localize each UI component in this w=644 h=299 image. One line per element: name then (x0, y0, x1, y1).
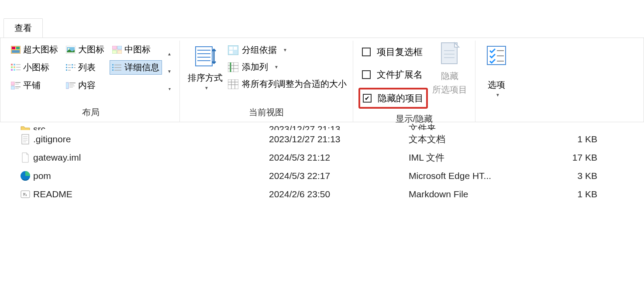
dropdown-arrow-icon: ▼ (274, 65, 279, 69)
file-row[interactable]: gateway.iml 2024/5/3 21:12 IML 文件 17 KB (0, 148, 644, 167)
group-by-button-menu[interactable]: 分组依据 ▼ (228, 44, 347, 56)
svg-rect-13 (11, 66, 13, 68)
svg-rect-47 (196, 47, 212, 66)
item-checkboxes-toggle[interactable]: 项目复选框 (359, 44, 427, 60)
hide-selected-button[interactable]: 隐藏 所选项目 (429, 41, 471, 96)
layout-extra-large-icons[interactable]: 超大图标 (8, 42, 61, 57)
svg-rect-29 (74, 67, 76, 68)
svg-rect-15 (11, 69, 13, 71)
layout-content[interactable]: 内容 (63, 78, 107, 93)
hidden-items-toggle[interactable]: ✔ 隐藏的项目 (358, 88, 428, 109)
small-icons-icon (11, 64, 21, 72)
group-by-label: 分组依据 (242, 44, 277, 56)
file-type: 文件夹 (409, 122, 531, 130)
svg-rect-38 (15, 82, 21, 83)
svg-rect-9 (112, 50, 117, 54)
file-size: 1 KB (531, 134, 601, 144)
file-row[interactable]: src 2023/12/27 21:13 文件夹 (0, 122, 644, 130)
layout-list[interactable]: 列表 (63, 60, 107, 75)
ribbon: 超大图标 大图标 中图标 (0, 38, 644, 122)
file-extensions-label: 文件扩展名 (377, 69, 423, 81)
layout-spin-expand[interactable]: ▾ (165, 86, 173, 92)
layout-spin-up[interactable]: ▲ (165, 51, 173, 57)
svg-rect-39 (15, 84, 19, 85)
svg-rect-18 (16, 67, 21, 68)
svg-rect-26 (72, 64, 73, 65)
group-label-current-view: 当前视图 (184, 104, 348, 122)
options-icon (483, 41, 510, 69)
file-row[interactable]: .gitignore 2023/12/27 21:13 文本文档 1 KB (0, 130, 644, 148)
options-label: 选项 (488, 79, 505, 91)
sort-by-button[interactable]: 排序方式 ▼ (184, 41, 226, 90)
layout-small-icons[interactable]: 小图标 (8, 60, 61, 75)
svg-rect-53 (229, 47, 233, 50)
svg-rect-61 (228, 79, 238, 89)
sort-by-icon (192, 42, 218, 70)
layout-label: 小图标 (23, 62, 49, 73)
layout-label: 内容 (78, 79, 96, 91)
svg-rect-43 (69, 82, 76, 83)
fit-columns-icon (228, 79, 238, 89)
file-extensions-toggle[interactable]: 文件扩展名 (359, 67, 427, 82)
file-row[interactable]: pom 2024/5/3 22:17 Microsoft Edge HT... … (0, 167, 644, 185)
large-icons-icon (66, 46, 76, 54)
text-file-icon (20, 134, 31, 144)
file-size: 3 KB (531, 171, 601, 181)
options-button[interactable]: 选项 ▼ (480, 41, 513, 97)
svg-rect-37 (11, 86, 14, 89)
file-name: gateway.iml (33, 152, 269, 163)
svg-rect-40 (15, 86, 21, 87)
svg-rect-14 (14, 66, 15, 68)
svg-rect-42 (66, 82, 69, 89)
layout-options-grid: 超大图标 大图标 中图标 (7, 41, 164, 94)
details-icon (112, 64, 122, 72)
medium-icons-icon (112, 46, 122, 54)
svg-rect-31 (112, 67, 114, 68)
fit-columns-button-menu[interactable]: 将所有列调整为合适的大小 (228, 78, 347, 90)
svg-rect-23 (68, 65, 71, 65)
extra-large-icons-icon (11, 46, 21, 54)
svg-rect-12 (14, 64, 15, 65)
hidden-items-label: 隐藏的项目 (378, 92, 424, 104)
layout-label: 超大图标 (23, 44, 58, 55)
layout-medium-icons[interactable]: 中图标 (110, 42, 162, 57)
file-size: 1 KB (531, 189, 601, 199)
svg-rect-16 (14, 69, 15, 71)
file-name: pom (33, 171, 269, 181)
ribbon-group-current-view: 排序方式 ▼ 分组依据 ▼ 添加列 ▼ (180, 41, 353, 122)
checkbox-checked-icon: ✔ (363, 94, 372, 103)
file-name: README (33, 189, 269, 199)
dropdown-arrow-icon: ▼ (496, 93, 500, 97)
file-list: src 2023/12/27 21:13 文件夹 .gitignore 2023… (0, 122, 644, 203)
show-hide-list: 项目复选框 文件扩展名 ✔ 隐藏的项目 (358, 41, 429, 110)
layout-large-icons[interactable]: 大图标 (63, 42, 107, 57)
file-row[interactable]: M↓ README 2024/2/6 23:50 Markdown File 1… (0, 185, 644, 203)
layout-spinner: ▲ ▼ ▾ (164, 41, 175, 102)
svg-rect-54 (234, 47, 237, 50)
svg-rect-2 (16, 47, 20, 49)
tiles-icon (11, 82, 21, 89)
item-checkboxes-label: 项目复选框 (377, 46, 423, 58)
layout-tiles[interactable]: 平铺 (8, 78, 61, 93)
svg-rect-25 (68, 70, 71, 71)
layout-spin-down[interactable]: ▼ (165, 68, 173, 74)
file-date: 2023/12/27 21:13 (269, 134, 409, 144)
layout-details[interactable]: 详细信息 (110, 60, 162, 75)
group-by-icon (228, 45, 238, 55)
svg-rect-34 (114, 67, 121, 68)
content-icon (66, 82, 76, 89)
svg-rect-21 (66, 67, 67, 68)
svg-rect-41 (15, 88, 19, 89)
svg-text:M↓: M↓ (23, 193, 28, 197)
sort-by-label: 排序方式 (188, 72, 223, 84)
file-type: Markdown File (409, 189, 531, 199)
layout-label: 列表 (78, 62, 96, 73)
svg-rect-56 (228, 62, 238, 72)
svg-rect-19 (16, 69, 21, 70)
generic-file-icon (20, 152, 31, 163)
tab-view[interactable]: 查看 (3, 18, 43, 38)
ribbon-group-layout: 超大图标 大图标 中图标 (5, 41, 180, 122)
file-date: 2024/2/6 23:50 (269, 189, 409, 199)
add-column-button-menu[interactable]: 添加列 ▼ (228, 61, 347, 73)
hide-selected-icon (437, 41, 463, 69)
